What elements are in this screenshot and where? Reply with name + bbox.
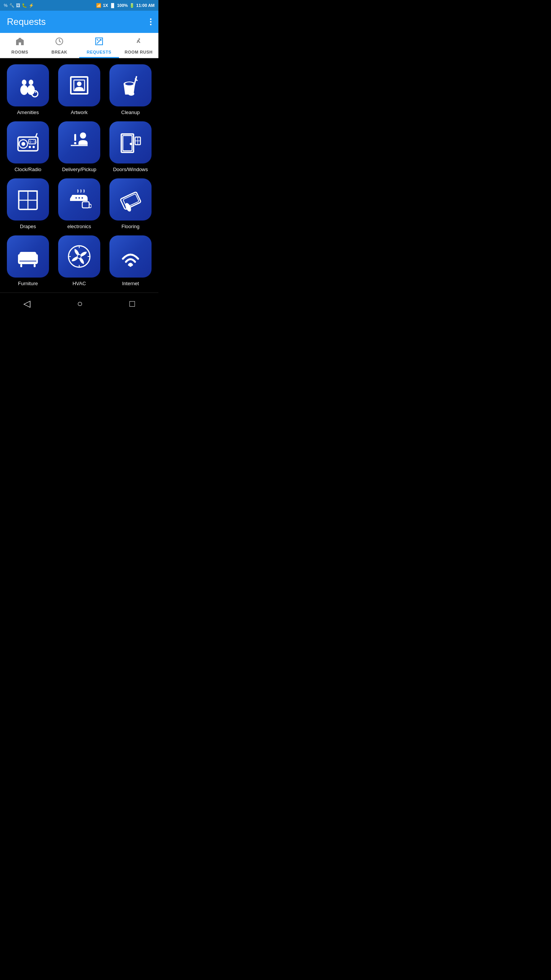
tab-requests[interactable]: REQUESTS (79, 33, 119, 57)
break-icon (55, 37, 64, 48)
svg-point-26 (21, 142, 25, 146)
icon-usb: ⚡ (29, 3, 34, 8)
svg-point-50 (82, 197, 83, 199)
svg-point-35 (74, 142, 77, 144)
svg-point-30 (33, 146, 35, 148)
svg-line-3 (59, 41, 61, 42)
cleanup-icon-box (109, 64, 152, 106)
status-bar: % 🔧 🖼 🐛 ⚡ 📶 1X ▐▌ 100% 🔋 11:00 AM (0, 0, 158, 11)
home-button[interactable]: ○ (69, 295, 90, 312)
doors-windows-label: Doors/Windows (113, 167, 148, 172)
grid-item-clock-radio[interactable]: 9:15 Clock/Radio (5, 121, 51, 172)
svg-point-8 (20, 85, 28, 95)
tab-rooms[interactable]: ROOMS (0, 33, 40, 57)
bottom-nav: ◁ ○ □ (0, 292, 158, 314)
svg-point-9 (22, 80, 26, 85)
time-display: 11:00 AM (136, 3, 155, 8)
internet-label: Internet (122, 281, 139, 286)
svg-point-49 (78, 197, 80, 199)
artwork-icon-box (58, 64, 100, 106)
delivery-pickup-icon-box (58, 121, 100, 163)
svg-point-39 (130, 143, 132, 145)
svg-rect-60 (20, 264, 22, 267)
signal-bars: ▐▌ (109, 3, 116, 8)
tab-room-rush[interactable]: ROOM RUSH (119, 33, 159, 57)
app-title: Requests (7, 16, 46, 27)
network-type: 1X (103, 3, 108, 8)
battery-level: 100% (117, 3, 128, 8)
back-button[interactable]: ◁ (16, 295, 38, 312)
grid-item-doors-windows[interactable]: Doors/Windows (107, 121, 154, 172)
internet-icon-box (109, 235, 152, 278)
grid-item-delivery-pickup[interactable]: Delivery/Pickup (56, 121, 103, 172)
app-header: Requests (0, 11, 158, 33)
drapes-label: Drapes (20, 224, 36, 229)
grid-item-amenities[interactable]: Amenities (5, 64, 51, 115)
rooms-label: ROOMS (11, 50, 28, 54)
requests-label: REQUESTS (86, 50, 111, 54)
artwork-label: Artwork (71, 109, 88, 115)
hvac-label: HVAC (72, 281, 86, 286)
grid-item-hvac[interactable]: HVAC (56, 235, 103, 286)
break-label: BREAK (51, 50, 67, 54)
icon-percent: % (4, 3, 8, 8)
icon-bug: 🐛 (22, 3, 27, 8)
more-options-button[interactable] (150, 18, 152, 25)
svg-point-64 (78, 255, 81, 258)
battery-icon: 🔋 (129, 3, 135, 8)
clock-radio-label: Clock/Radio (15, 167, 41, 172)
cleanup-label: Cleanup (121, 109, 140, 115)
grid-item-flooring[interactable]: Flooring (107, 178, 154, 229)
svg-rect-0 (19, 38, 21, 38)
grid-item-electronics[interactable]: electronics (56, 178, 103, 229)
icon-image: 🖼 (16, 3, 20, 8)
requests-grid: Amenities Artwork (0, 58, 158, 292)
grid-item-internet[interactable]: Internet (107, 235, 154, 286)
svg-point-13 (35, 92, 36, 93)
svg-point-32 (80, 132, 86, 139)
status-info: 📶 1X ▐▌ 100% 🔋 11:00 AM (96, 3, 155, 8)
svg-point-69 (129, 265, 132, 267)
drapes-icon-box (7, 178, 49, 220)
amenities-label: Amenities (17, 109, 39, 115)
grid-item-cleanup[interactable]: Cleanup (107, 64, 154, 115)
room-rush-icon (134, 37, 143, 48)
icon-wrench: 🔧 (9, 3, 15, 8)
delivery-pickup-label: Delivery/Pickup (62, 167, 96, 172)
svg-point-48 (75, 197, 77, 199)
svg-line-4 (97, 39, 98, 41)
furniture-icon-box (7, 235, 49, 278)
svg-point-29 (29, 146, 31, 148)
svg-point-18 (77, 82, 82, 86)
status-icons: % 🔧 🖼 🐛 ⚡ (4, 3, 34, 8)
svg-point-15 (36, 90, 37, 91)
recent-button[interactable]: □ (122, 295, 143, 312)
flooring-label: Flooring (122, 224, 140, 229)
svg-point-10 (27, 85, 35, 95)
doors-windows-icon-box (109, 121, 152, 163)
room-rush-label: ROOM RUSH (125, 50, 153, 54)
svg-point-7 (139, 38, 140, 40)
amenities-icon-box (7, 64, 49, 106)
electronics-icon-box (58, 178, 100, 220)
clock-radio-icon-box: 9:15 (7, 121, 49, 163)
svg-point-20 (125, 82, 134, 85)
svg-text:9:15: 9:15 (29, 140, 37, 144)
tab-bar: ROOMS BREAK REQUESTS (0, 33, 158, 58)
wifi-icon: 📶 (96, 3, 101, 8)
grid-item-artwork[interactable]: Artwork (56, 64, 103, 115)
svg-rect-56 (20, 252, 36, 257)
flooring-icon-box (109, 178, 152, 220)
grid-item-furniture[interactable]: Furniture (5, 235, 51, 286)
svg-rect-61 (34, 264, 36, 267)
svg-point-11 (29, 80, 33, 85)
furniture-label: Furniture (18, 281, 38, 286)
svg-point-14 (34, 91, 35, 93)
tab-break[interactable]: BREAK (40, 33, 80, 57)
requests-icon (95, 37, 104, 48)
svg-point-22 (128, 92, 134, 96)
grid-item-drapes[interactable]: Drapes (5, 178, 51, 229)
svg-rect-53 (123, 194, 139, 207)
svg-rect-34 (74, 134, 76, 141)
rooms-icon (15, 37, 24, 48)
